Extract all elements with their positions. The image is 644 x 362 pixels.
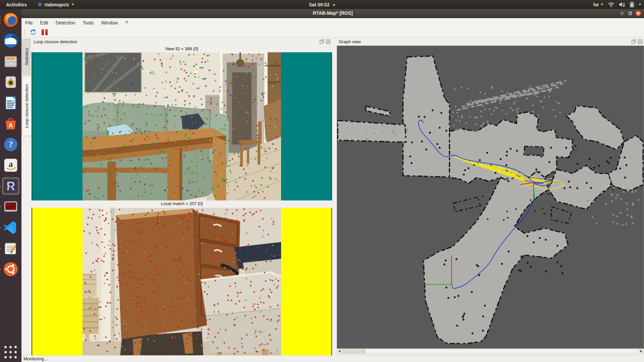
- tab-statistics[interactable]: Statistics: [22, 39, 31, 74]
- maximize-button[interactable]: ❐: [627, 10, 633, 16]
- chevron-down-icon: [639, 4, 641, 5]
- graph-horizontal-scrollbar[interactable]: [337, 349, 644, 354]
- show-applications-button[interactable]: [0, 346, 21, 359]
- writer-icon: [3, 95, 18, 111]
- occupancy-grid-map-view[interactable]: [337, 46, 644, 349]
- launcher-item-writer[interactable]: [2, 94, 19, 112]
- loop-closure-dock-title: Loop closure detection: [34, 39, 77, 44]
- record-indicator-icon: ●: [333, 3, 335, 7]
- files-icon: [3, 54, 18, 69]
- loop-closure-dock: Loop closure detection New ID = 386 [0]: [32, 38, 332, 355]
- running-indicator: [0, 177, 1, 195]
- minimize-button[interactable]: –: [619, 10, 625, 16]
- software-icon: A: [3, 116, 18, 131]
- svg-text:A: A: [9, 122, 13, 129]
- launcher-item-help[interactable]: ?: [2, 136, 19, 153]
- tab-statistics-label: Statistics: [24, 48, 29, 65]
- menu-item-detection[interactable]: Detection: [52, 19, 79, 26]
- local-match-camera-view: [32, 208, 332, 355]
- user-label: he: [593, 2, 599, 7]
- menu-item-file[interactable]: File: [21, 19, 37, 26]
- amazon-icon: a: [3, 158, 18, 173]
- app-menu-label: rtabmapviz: [44, 2, 69, 7]
- launcher-item-gedit[interactable]: [2, 240, 19, 257]
- help-icon: ?: [3, 137, 18, 152]
- local-match-caption: Local match = 207 [0]: [32, 200, 332, 208]
- float-dock-icon[interactable]: [631, 39, 636, 44]
- launcher-item-files[interactable]: [2, 53, 19, 70]
- running-indicator: [0, 240, 1, 257]
- menu-item-edit[interactable]: Edit: [37, 19, 52, 26]
- graph-view-dock-header[interactable]: Graph view: [337, 38, 644, 46]
- svg-text:?: ?: [9, 139, 13, 149]
- menu-item-tools[interactable]: Tools: [79, 19, 98, 26]
- scrollbar-thumb[interactable]: [342, 349, 365, 354]
- system-indicators[interactable]: he: [593, 2, 641, 7]
- battery-icon: [630, 2, 634, 7]
- title-bar[interactable]: RTAB-Map* [ROS] – ❐ ✕: [21, 9, 644, 18]
- grid-icon: [4, 346, 17, 359]
- launcher-item-vscode[interactable]: [2, 219, 19, 236]
- launcher-item-ubuntu[interactable]: [2, 260, 19, 278]
- menu-bar: FileEditDetectionToolsWindow?: [21, 18, 644, 27]
- close-button[interactable]: ✕: [635, 10, 641, 16]
- graph-view-dock: Graph view: [337, 38, 644, 355]
- graph-view-dock-title: Graph view: [339, 39, 361, 44]
- scroll-left-button[interactable]: [337, 349, 342, 354]
- rtabmap-window: RTAB-Map* [ROS] – ❐ ✕ FileEditDetectionT…: [21, 9, 644, 362]
- launcher-item-thunderbird[interactable]: [2, 32, 19, 49]
- rtabmap-icon: R: [3, 178, 18, 194]
- launcher-item-rhythmbox[interactable]: [2, 73, 19, 91]
- running-indicator: [0, 260, 1, 278]
- svg-text:a: a: [9, 159, 13, 169]
- close-dock-icon[interactable]: [326, 39, 331, 44]
- chevron-down-icon: [601, 4, 603, 5]
- rhythmbox-icon: [3, 74, 18, 90]
- float-dock-icon[interactable]: [319, 39, 324, 44]
- activities-button[interactable]: Activities: [3, 2, 30, 7]
- launcher-item-firefox[interactable]: [2, 11, 19, 28]
- wifi-icon: [608, 2, 614, 7]
- running-indicator: [0, 198, 1, 216]
- menu-item-help[interactable]: ?: [121, 19, 131, 26]
- launcher-item-rtabmap[interactable]: R: [2, 177, 19, 195]
- terminal-icon: [3, 199, 18, 215]
- thunderbird-icon: [3, 33, 18, 48]
- chevron-down-icon: [71, 4, 74, 5]
- firefox-icon: [3, 12, 18, 27]
- running-indicator: [0, 219, 1, 236]
- local-match-photo: [83, 208, 281, 355]
- new-id-camera-view: [32, 52, 332, 200]
- tab-loop-closure-label: Loop closure detection: [24, 84, 29, 128]
- clock[interactable]: Sat 09:52 ●: [309, 2, 335, 7]
- launcher-item-terminal[interactable]: [2, 198, 19, 216]
- status-text: Monitoring...: [23, 356, 48, 361]
- toolbar: [21, 27, 644, 38]
- dock-tab-strip: Statistics Loop closure detection: [21, 38, 32, 355]
- new-id-caption: New ID = 386 [0]: [32, 46, 332, 52]
- refresh-button[interactable]: [30, 28, 37, 36]
- vscode-icon: [3, 220, 18, 235]
- app-menu-button[interactable]: R rtabmapviz: [38, 2, 74, 7]
- scroll-right-button[interactable]: [638, 349, 644, 354]
- loop-closure-dock-header[interactable]: Loop closure detection: [32, 38, 332, 46]
- user-menu[interactable]: he: [593, 2, 603, 7]
- launcher-dock: A?aR: [0, 9, 21, 362]
- rtabmap-mini-icon: R: [38, 2, 42, 7]
- occupancy-grid-map: [337, 46, 644, 348]
- running-indicator: [0, 11, 1, 28]
- gedit-icon: [3, 241, 18, 256]
- status-bar: Monitoring...: [21, 355, 644, 362]
- close-dock-icon[interactable]: [638, 39, 643, 44]
- toolbar-drag-handle[interactable]: [23, 29, 25, 36]
- menu-item-window[interactable]: Window: [98, 19, 122, 26]
- clock-label: Sat 09:52: [309, 2, 329, 7]
- tab-loop-closure-detection[interactable]: Loop closure detection: [22, 76, 31, 136]
- top-panel: Activities R rtabmapviz Sat 09:52 ● he: [0, 0, 644, 9]
- new-id-photo: [83, 52, 281, 200]
- ubuntu-icon: [3, 261, 18, 277]
- pause-button[interactable]: [42, 29, 48, 35]
- launcher-item-amazon[interactable]: a: [2, 157, 19, 174]
- window-title: RTAB-Map* [ROS]: [21, 10, 644, 16]
- launcher-item-software[interactable]: A: [2, 115, 19, 132]
